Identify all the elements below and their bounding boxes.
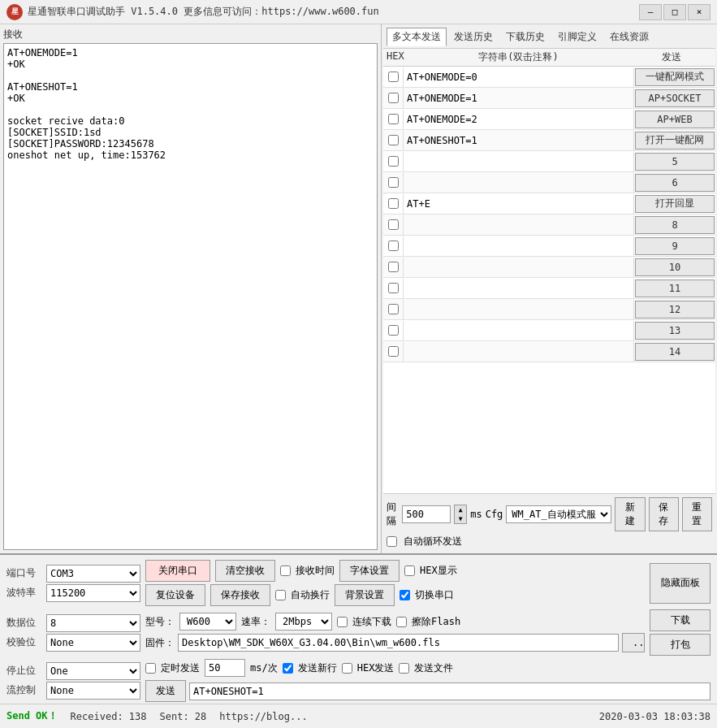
send-row-button[interactable]: 6 bbox=[635, 174, 715, 192]
send-row-button[interactable]: 打开回显 bbox=[635, 195, 715, 213]
tab-multi-send[interactable]: 多文本发送 bbox=[387, 28, 447, 46]
speed-select[interactable]: 2Mbps bbox=[275, 613, 332, 630]
button-row1: 关闭串口 清空接收 接收时间 字体设置 HEX显示 bbox=[145, 560, 645, 582]
button-row2: 复位设备 保存接收 自动换行 背景设置 切换串口 bbox=[145, 584, 645, 606]
send-string-input[interactable] bbox=[403, 89, 634, 108]
send-string-input[interactable] bbox=[403, 342, 634, 362]
baud-select[interactable]: 115200 bbox=[46, 584, 140, 602]
send-hex-checkbox[interactable] bbox=[388, 346, 399, 357]
spin-up-button[interactable]: ▲ bbox=[455, 505, 466, 514]
send-string-input[interactable] bbox=[403, 67, 634, 87]
send-file-checkbox[interactable] bbox=[399, 663, 409, 674]
auto-newline-label: 自动换行 bbox=[291, 588, 330, 602]
send-hex-checkbox[interactable] bbox=[388, 177, 399, 188]
bg-settings-button[interactable]: 背景设置 bbox=[335, 584, 395, 606]
continuous-dl-checkbox[interactable] bbox=[337, 617, 348, 627]
send-string-input[interactable] bbox=[403, 152, 634, 171]
send-hex-checkbox[interactable] bbox=[388, 135, 399, 145]
send-button[interactable]: 发送 bbox=[145, 680, 186, 702]
send-string-input[interactable] bbox=[403, 215, 634, 235]
timer-value-input[interactable] bbox=[205, 659, 245, 677]
send-row-button[interactable]: 打开一键配网 bbox=[635, 132, 715, 150]
new-button[interactable]: 新建 bbox=[615, 497, 645, 531]
save-button[interactable]: 保存 bbox=[649, 497, 679, 531]
firmware-path-input[interactable] bbox=[178, 634, 619, 652]
auto-send-checkbox[interactable] bbox=[387, 536, 397, 547]
browse-button[interactable]: .. bbox=[622, 633, 645, 652]
send-row-button[interactable]: 一键配网模式 bbox=[635, 68, 715, 86]
download-button[interactable]: 下载 bbox=[650, 609, 711, 631]
cfg-select[interactable]: WM_AT_自动模式服 bbox=[506, 505, 611, 523]
tab-online-resource[interactable]: 在线资源 bbox=[604, 28, 654, 46]
send-string-input[interactable] bbox=[403, 131, 634, 150]
send-row-button[interactable]: AP+WEB bbox=[635, 110, 715, 128]
send-row-button[interactable]: 10 bbox=[635, 258, 715, 276]
interval-input[interactable] bbox=[402, 505, 451, 523]
clear-receive-button[interactable]: 清空接收 bbox=[215, 560, 275, 582]
send-string-input[interactable] bbox=[403, 173, 634, 193]
send-hex-checkbox[interactable] bbox=[388, 72, 399, 82]
flow-select[interactable]: None bbox=[46, 682, 140, 700]
send-hex-checkbox[interactable] bbox=[388, 325, 399, 336]
send-hex-checkbox[interactable] bbox=[388, 93, 399, 103]
close-button[interactable]: × bbox=[688, 4, 711, 20]
tab-send-history[interactable]: 发送历史 bbox=[448, 28, 499, 46]
send-hex-checkbox[interactable] bbox=[388, 198, 399, 209]
send-hex-checkbox[interactable] bbox=[388, 114, 399, 124]
switch-port-label: 切换串口 bbox=[415, 588, 454, 602]
reset-button[interactable]: 重置 bbox=[682, 497, 712, 531]
minimize-button[interactable]: — bbox=[639, 4, 662, 20]
received-status: Received: 138 bbox=[71, 711, 147, 722]
tab-download-history[interactable]: 下载历史 bbox=[500, 28, 551, 46]
send-hex-checkbox[interactable] bbox=[388, 262, 399, 272]
send-string-input[interactable] bbox=[403, 236, 634, 256]
send-hex-checkbox[interactable] bbox=[388, 304, 399, 314]
parity-select[interactable]: None bbox=[46, 634, 140, 652]
auto-newline-checkbox[interactable] bbox=[275, 590, 286, 600]
hex-display-checkbox[interactable] bbox=[404, 566, 415, 576]
send-table-header: HEX 字符串(双击注释) 发送 bbox=[383, 49, 715, 67]
send-string-input[interactable] bbox=[403, 258, 634, 277]
save-receive-button[interactable]: 保存接收 bbox=[210, 584, 270, 606]
receive-textarea[interactable] bbox=[3, 43, 378, 550]
send-string-input[interactable] bbox=[403, 300, 634, 319]
send-hex-checkbox[interactable] bbox=[388, 283, 399, 293]
send-row-button[interactable]: 14 bbox=[635, 343, 715, 361]
receive-time-checkbox[interactable] bbox=[280, 566, 291, 576]
port-select[interactable]: COM3 bbox=[46, 565, 140, 583]
spin-down-button[interactable]: ▼ bbox=[455, 514, 466, 523]
timer-send-checkbox[interactable] bbox=[145, 663, 156, 674]
tab-pin-define[interactable]: 引脚定义 bbox=[552, 28, 603, 46]
erase-flash-checkbox[interactable] bbox=[396, 617, 407, 627]
send-hex-checkbox[interactable] bbox=[388, 219, 399, 230]
send-row-button[interactable]: 5 bbox=[635, 153, 715, 171]
switch-port-checkbox[interactable] bbox=[400, 590, 410, 600]
send-string-input[interactable] bbox=[403, 110, 634, 129]
url-status: https://blog... bbox=[219, 711, 585, 722]
restore-button[interactable]: □ bbox=[663, 4, 686, 20]
send-row-button[interactable]: 9 bbox=[635, 237, 715, 255]
stop-select[interactable]: One bbox=[46, 662, 140, 680]
hex-send-checkbox[interactable] bbox=[342, 663, 352, 674]
send-string-input[interactable] bbox=[403, 194, 634, 214]
send-row-button[interactable]: AP+SOCKET bbox=[635, 89, 715, 107]
send-string-input[interactable] bbox=[403, 279, 634, 298]
port-settings3: 停止位 One 流控制 None bbox=[6, 662, 140, 700]
close-port-button[interactable]: 关闭串口 bbox=[145, 560, 210, 582]
send-hex-checkbox[interactable] bbox=[388, 240, 399, 251]
send-row-button[interactable]: 11 bbox=[635, 280, 715, 297]
send-string-input[interactable] bbox=[403, 321, 634, 340]
new-line-checkbox[interactable] bbox=[283, 663, 293, 674]
model-select[interactable]: W600 bbox=[179, 613, 236, 630]
font-settings-button[interactable]: 字体设置 bbox=[339, 560, 400, 582]
copy-device-button[interactable]: 复位设备 bbox=[145, 584, 205, 606]
data-select[interactable]: 8 bbox=[46, 614, 140, 632]
send-row-button[interactable]: 8 bbox=[635, 216, 715, 234]
send-row-button[interactable]: 13 bbox=[635, 322, 715, 340]
auto-send-label: 自动循环发送 bbox=[404, 535, 462, 548]
pack-button[interactable]: 打包 bbox=[650, 634, 711, 656]
send-hex-checkbox[interactable] bbox=[388, 156, 399, 167]
send-row-button[interactable]: 12 bbox=[635, 301, 715, 318]
hide-panel-button[interactable]: 隐藏面板 bbox=[650, 563, 711, 604]
send-text-input[interactable] bbox=[189, 682, 711, 700]
